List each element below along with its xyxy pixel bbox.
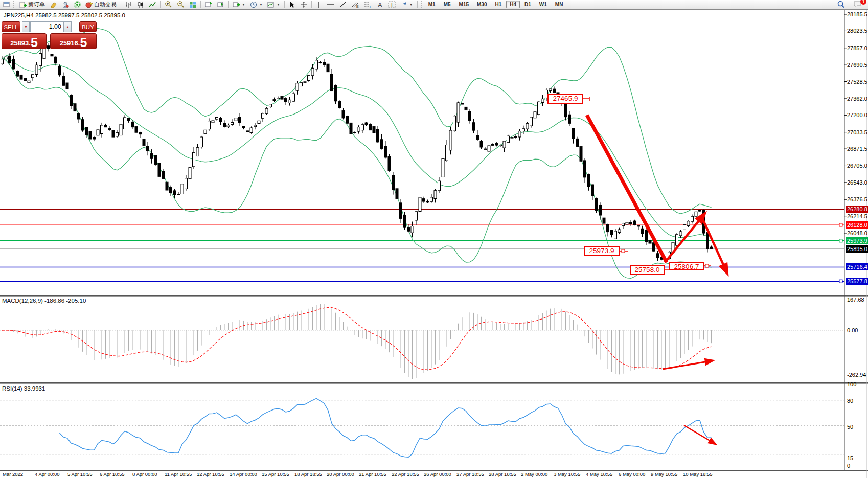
price-annotation-label[interactable]: 25806.7 <box>669 262 704 270</box>
timeframe-button-m1[interactable]: M1 <box>425 1 439 8</box>
price-axis-tick: 26376.5 <box>847 196 867 202</box>
time-axis-label: 5 Apr 10:55 <box>67 471 93 477</box>
price-annotation-label[interactable]: 25973.9 <box>584 246 620 256</box>
price-annotation-label[interactable]: 27465.9 <box>547 94 583 104</box>
price-level-tag[interactable]: 25973.9 <box>846 237 868 244</box>
channel-tool-icon[interactable]: E <box>349 0 361 9</box>
indicator-axis-tick: 50 <box>847 424 853 430</box>
toolbar-separator <box>311 1 312 8</box>
trendline-tool-icon[interactable] <box>337 0 349 9</box>
horizontal-line-tool-icon[interactable] <box>325 0 336 9</box>
macd-indicator-label: MACD(12,26,9) -186.86 -205.10 <box>2 298 86 304</box>
timeframe-button-mn[interactable]: MN <box>552 1 567 8</box>
buy-price[interactable]: 25916.5 <box>50 33 97 49</box>
time-axis-label: 6 May 00:00 <box>619 471 645 477</box>
notifications-button[interactable]: 1 <box>851 0 864 9</box>
svg-text:F: F <box>370 5 372 8</box>
autotrade-button[interactable]: 自动交易 <box>83 0 119 9</box>
buy-button[interactable]: BUY <box>79 21 97 32</box>
chart-area[interactable]: JPN225,H4 25982.5 25997.5 25802.5 25895.… <box>0 9 868 478</box>
svg-text:E: E <box>356 5 359 8</box>
add-indicator-button[interactable]: ▼ <box>231 0 247 9</box>
lot-decrease-button[interactable]: ▼ <box>22 21 30 32</box>
price-level-tag[interactable]: 26128.0 <box>846 221 868 229</box>
cursor-icon[interactable] <box>287 0 298 9</box>
zoom-out-icon[interactable] <box>175 0 187 9</box>
bar-chart-icon[interactable] <box>123 0 134 9</box>
new-order-button[interactable]: 新订单 <box>17 0 47 9</box>
line-chart-icon[interactable] <box>147 0 158 9</box>
shapes-tool-button[interactable]: ▼ <box>398 0 415 9</box>
time-axis-label: 3 May 10:55 <box>554 471 580 477</box>
signal-icon[interactable] <box>72 0 83 9</box>
buy-price-pips: 5 <box>80 37 87 49</box>
sell-button[interactable]: SELL <box>2 21 20 32</box>
timeframe-button-m15[interactable]: M15 <box>455 1 472 8</box>
timeframe-button-d1[interactable]: D1 <box>521 1 535 8</box>
dock-charts-icon[interactable] <box>215 0 226 9</box>
time-axis-label: 10 May 18:55 <box>683 471 713 477</box>
time-axis-label: Mar 2022 <box>3 471 23 477</box>
toolbar-separator <box>228 1 229 8</box>
time-axis-label: 4 May 18:55 <box>586 471 612 477</box>
crosshair-icon[interactable] <box>298 0 309 9</box>
new-order-label: 新订单 <box>28 1 45 8</box>
price-axis-tick: 26543.0 <box>847 179 867 186</box>
profile-icon[interactable] <box>60 0 71 9</box>
time-axis-label: 14 Apr 00:00 <box>230 471 257 477</box>
indicator-axis-tick: 0 <box>847 463 850 469</box>
indicator-axis-tick: 80 <box>847 398 853 404</box>
arrange-charts-icon[interactable] <box>203 0 214 9</box>
period-clock-button[interactable]: ▼ <box>248 0 265 9</box>
template-button[interactable]: ▼ <box>265 0 282 9</box>
timeframe-button-w1[interactable]: W1 <box>536 1 551 8</box>
zoom-in-icon[interactable] <box>163 0 174 9</box>
timeframe-button-h1[interactable]: H1 <box>491 1 505 8</box>
sell-price-main: 25893 <box>10 39 29 48</box>
text-label-tool-icon[interactable]: T <box>386 0 398 9</box>
svg-text:T: T <box>390 2 394 8</box>
autotrade-label: 自动交易 <box>94 1 117 8</box>
symbol-info: JPN225,H4 25982.5 25997.5 25802.5 25895.… <box>4 12 125 18</box>
sell-price[interactable]: 25893.5 <box>2 33 47 49</box>
price-level-tag[interactable]: 25716.4 <box>846 263 868 270</box>
price-axis-tick: 28185.5 <box>847 11 867 17</box>
text-tool-icon[interactable]: A <box>375 0 385 9</box>
indicator-axis-tick: 167.68 <box>847 297 864 303</box>
rsi-indicator-label: RSI(14) 33.9931 <box>2 385 45 392</box>
fibonacci-tool-icon[interactable]: F <box>362 0 374 9</box>
price-axis-tick: 28023.5 <box>847 28 867 34</box>
mt4-terminal: 新订单 自动交易 ▼ ▼ ▼ E F A T ▼ <box>0 0 868 478</box>
chart-canvas[interactable] <box>0 10 868 478</box>
chart-window-icon[interactable] <box>1 0 12 9</box>
timeframe-button-h4[interactable]: H4 <box>506 1 520 8</box>
indicator-axis-tick: 100 <box>847 381 856 388</box>
price-axis-tick: 27857.0 <box>847 45 867 51</box>
toolbar-separator <box>417 1 418 8</box>
toolbar-grip <box>13 1 16 8</box>
toolbar-grip <box>421 1 423 8</box>
toolbar-separator <box>121 1 121 8</box>
tile-windows-icon[interactable] <box>187 0 198 9</box>
price-level-tag[interactable]: 26280.8 <box>846 206 868 213</box>
main-toolbar: 新订单 自动交易 ▼ ▼ ▼ E F A T ▼ <box>0 0 868 9</box>
vertical-line-tool-icon[interactable] <box>314 0 324 9</box>
price-axis-tick: 26048.0 <box>847 230 867 236</box>
price-level-tag[interactable]: 25577.8 <box>846 278 868 285</box>
time-axis-label: 26 Apr 00:00 <box>424 471 451 477</box>
time-axis-label: 8 Apr 00:00 <box>132 471 157 477</box>
timeframe-button-m5[interactable]: M5 <box>440 1 454 8</box>
indicator-axis-tick: 15 <box>847 455 853 461</box>
lot-increase-button[interactable]: ▲ <box>64 21 72 32</box>
price-annotation-label[interactable]: 25758.0 <box>630 265 665 275</box>
price-level-tag[interactable]: 25895.0 <box>846 245 868 253</box>
time-axis-label: 6 Apr 18:55 <box>100 471 125 477</box>
search-icon[interactable] <box>835 0 847 9</box>
eraser-icon[interactable] <box>48 0 59 9</box>
lot-input[interactable]: 1.00 <box>30 21 64 32</box>
candlestick-chart-icon[interactable] <box>135 0 146 9</box>
price-axis-tick: 27200.0 <box>847 112 867 118</box>
time-axis-label: 9 May 10:55 <box>651 471 677 477</box>
timeframe-button-m30[interactable]: M30 <box>473 1 490 8</box>
price-axis-tick: 27690.5 <box>847 62 867 68</box>
